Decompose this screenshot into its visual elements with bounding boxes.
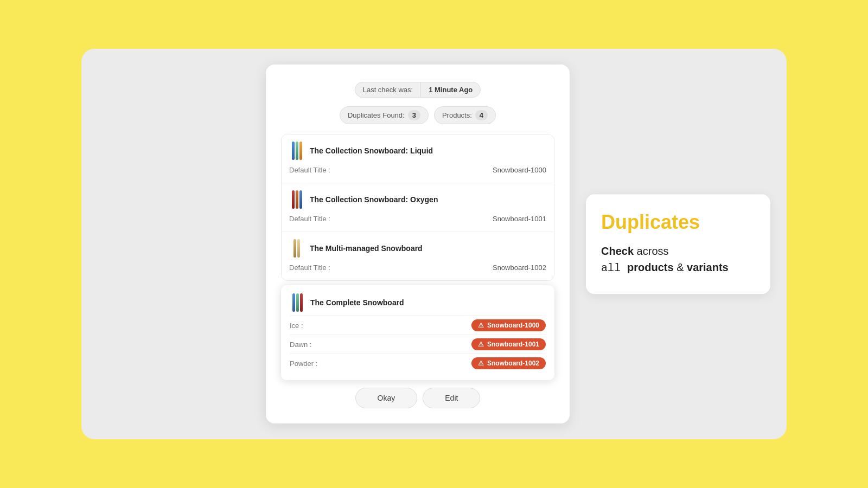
warning-icon-dawn: ⚠	[478, 341, 484, 348]
variant-label-multi: Default Title :	[289, 264, 330, 272]
highlighted-product-container: The Complete Snowboard Ice : ⚠ Snowboard…	[281, 285, 554, 380]
variant-label-liquid: Default Title :	[289, 166, 330, 174]
product-header-liquid: The Collection Snowboard: Liquid	[289, 141, 546, 160]
okay-button[interactable]: Okay	[355, 388, 418, 408]
highlighted-product-header: The Complete Snowboard	[290, 293, 546, 312]
info-card: Duplicates Check across all products & v…	[586, 194, 770, 294]
product-list: The Collection Snowboard: Liquid Default…	[281, 134, 554, 281]
stats-row: Duplicates Found: 3 Products: 4	[281, 106, 554, 124]
variant-row-liquid: Default Title : Snowboard-1000	[289, 164, 546, 176]
button-row: Okay Edit	[281, 388, 554, 408]
variant-label-ice: Ice :	[290, 322, 303, 330]
last-check-bar: Last check was: 1 Minute Ago	[281, 82, 554, 98]
variant-row-ice: Ice : ⚠ Snowboard-1000	[290, 316, 546, 335]
variant-row-powder: Powder : ⚠ Snowboard-1002	[290, 354, 546, 373]
duplicates-count: 3	[408, 110, 420, 120]
product-name-multi: The Multi-managed Snowboard	[310, 244, 423, 253]
info-line2-and: &	[674, 261, 687, 273]
warning-icon-powder: ⚠	[478, 359, 484, 367]
variant-sku-oxygen: Snowboard-1001	[493, 215, 546, 223]
variant-label-powder: Powder :	[290, 359, 317, 368]
dup-badge-powder[interactable]: ⚠ Snowboard-1002	[471, 357, 546, 369]
product-name-complete: The Complete Snowboard	[310, 298, 404, 307]
product-icon-complete	[290, 293, 305, 312]
variant-label-oxygen: Default Title :	[289, 215, 330, 223]
product-icon-liquid	[289, 141, 304, 160]
info-line2-variants: variants	[687, 261, 729, 273]
last-check-label: Last check was:	[355, 82, 421, 98]
dup-badge-dawn[interactable]: ⚠ Snowboard-1001	[471, 338, 546, 350]
dup-sku-dawn: Snowboard-1001	[487, 341, 539, 348]
products-label: Products:	[442, 111, 472, 119]
dup-badge-ice[interactable]: ⚠ Snowboard-1000	[471, 319, 546, 331]
dup-sku-powder: Snowboard-1002	[487, 359, 539, 367]
variant-label-dawn: Dawn :	[290, 341, 311, 349]
info-card-title: Duplicates	[601, 211, 755, 233]
variant-row-dawn: Dawn : ⚠ Snowboard-1001	[290, 335, 546, 354]
dup-sku-ice: Snowboard-1000	[487, 322, 539, 329]
info-line2-products: products	[627, 261, 674, 273]
variant-sku-liquid: Snowboard-1000	[493, 166, 546, 174]
info-line2-all: all	[601, 262, 627, 274]
last-check-value: 1 Minute Ago	[420, 82, 481, 98]
product-name-oxygen: The Collection Snowboard: Oxygen	[310, 195, 438, 204]
products-count: 4	[475, 110, 488, 120]
variant-sku-multi: Snowboard-1002	[493, 264, 546, 272]
info-card-description: Check across all products & variants	[601, 243, 755, 277]
duplicates-found-pill: Duplicates Found: 3	[340, 106, 429, 124]
edit-button[interactable]: Edit	[423, 388, 480, 408]
product-item-liquid: The Collection Snowboard: Liquid Default…	[282, 134, 554, 183]
outer-card: Last check was: 1 Minute Ago Duplicates …	[81, 49, 787, 439]
duplicates-label: Duplicates Found:	[348, 111, 405, 119]
variant-row-multi: Default Title : Snowboard-1002	[289, 261, 546, 274]
modal-panel: Last check was: 1 Minute Ago Duplicates …	[266, 65, 570, 423]
product-name-liquid: The Collection Snowboard: Liquid	[310, 146, 433, 155]
warning-icon-ice: ⚠	[478, 322, 484, 329]
product-icon-multi	[289, 239, 304, 258]
product-item-oxygen: The Collection Snowboard: Oxygen Default…	[282, 183, 554, 232]
products-pill: Products: 4	[434, 106, 496, 124]
variant-row-oxygen: Default Title : Snowboard-1001	[289, 213, 546, 225]
product-header-oxygen: The Collection Snowboard: Oxygen	[289, 190, 546, 209]
product-header-multi: The Multi-managed Snowboard	[289, 239, 546, 258]
product-icon-oxygen	[289, 190, 304, 209]
product-item-multi: The Multi-managed Snowboard Default Titl…	[282, 232, 554, 280]
info-line1-across: across	[637, 245, 669, 257]
info-line1-check: Check	[601, 245, 634, 257]
highlighted-product-inner: The Complete Snowboard Ice : ⚠ Snowboard…	[281, 285, 554, 380]
